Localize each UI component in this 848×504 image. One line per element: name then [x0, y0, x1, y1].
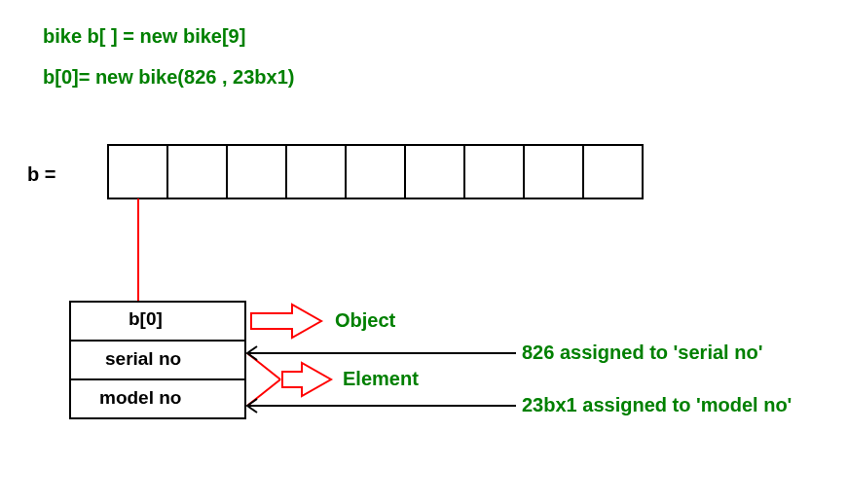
svg-rect-8 [583, 145, 643, 198]
svg-rect-6 [464, 145, 524, 198]
arrow-object [251, 305, 321, 338]
object-field-serial: serial no [105, 348, 181, 370]
label-element: Element [343, 368, 419, 390]
svg-rect-3 [286, 145, 346, 198]
svg-rect-5 [405, 145, 464, 198]
svg-rect-4 [346, 145, 405, 198]
svg-marker-12 [251, 305, 321, 338]
object-header: b[0] [129, 308, 163, 330]
object-field-model: model no [99, 387, 181, 409]
line-assign-serial [247, 346, 516, 360]
svg-rect-0 [108, 145, 167, 198]
svg-rect-1 [167, 145, 227, 198]
diagram-svg [0, 0, 848, 504]
svg-rect-7 [524, 145, 583, 198]
label-assign-model: 23bx1 assigned to 'model no' [522, 394, 792, 416]
array-cells [108, 145, 643, 198]
line-assign-model [247, 399, 516, 413]
fork-and-arrow-element [247, 353, 331, 406]
label-assign-serial: 826 assigned to 'serial no' [522, 342, 762, 364]
svg-rect-2 [227, 145, 286, 198]
svg-marker-15 [282, 363, 331, 396]
label-object: Object [335, 309, 395, 332]
